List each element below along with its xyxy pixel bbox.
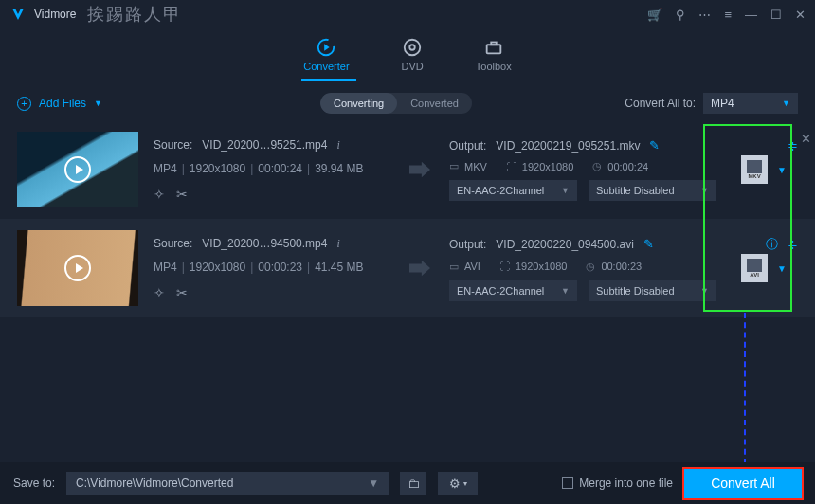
segment-converting[interactable]: Converting	[320, 93, 397, 114]
tab-dvd-label: DVD	[402, 61, 424, 72]
video-thumbnail[interactable]	[17, 132, 138, 207]
clock-icon: ◷	[586, 261, 595, 273]
save-path-value: C:\Vidmore\Vidmore\Converted	[76, 477, 233, 490]
remove-item-button[interactable]: ✕	[801, 132, 811, 146]
tab-toolbox-label: Toolbox	[476, 61, 512, 72]
video-thumbnail[interactable]	[17, 230, 138, 306]
add-files-button[interactable]: + Add Files ▼	[17, 97, 102, 111]
edit-pen-icon[interactable]: ✎	[643, 237, 654, 251]
output-container: AVI	[464, 261, 480, 272]
minimize-button[interactable]: —	[745, 8, 757, 22]
title-bar: Vidmore 挨踢路人甲 🛒 ⚲ ⋯ ≡ — ☐ ✕	[0, 0, 815, 28]
output-settings-icon[interactable]: ≑	[788, 138, 798, 153]
chevron-down-icon: ▼	[700, 186, 709, 195]
close-button[interactable]: ✕	[795, 8, 806, 22]
status-segment: Converting Converted	[320, 93, 472, 114]
open-folder-button[interactable]: 🗀	[400, 472, 426, 495]
svg-rect-4	[486, 45, 500, 53]
convert-all-button[interactable]: Convert All	[684, 469, 802, 498]
active-tab-underline	[301, 79, 356, 81]
source-prefix: Source:	[154, 138, 192, 152]
menu-icon[interactable]: ≡	[724, 8, 732, 22]
clock-icon: ◷	[592, 160, 602, 172]
chevron-down-icon: ▼	[561, 286, 570, 296]
save-to-label: Save to:	[13, 477, 55, 490]
convert-all-to-value: MP4	[711, 97, 734, 110]
convert-all-to-dropdown[interactable]: MP4 ▼	[703, 93, 798, 114]
audio-track-value: EN-AAC-2Channel	[457, 185, 544, 196]
plus-icon: +	[17, 97, 31, 111]
chevron-down-icon: ▼	[94, 99, 102, 108]
trim-icon[interactable]: ✂	[176, 187, 188, 202]
chevron-down-icon: ▼	[561, 186, 570, 195]
toolbox-icon	[483, 37, 504, 58]
annotation-arrow	[744, 313, 746, 464]
output-format-badge[interactable]: AVI ▼	[741, 245, 787, 291]
source-size: 41.45 MB	[315, 261, 363, 274]
source-prefix: Source:	[154, 237, 192, 250]
chevron-down-icon: ▼	[777, 263, 787, 274]
svg-rect-5	[491, 43, 497, 45]
svg-point-2	[405, 40, 421, 56]
audio-track-dropdown[interactable]: EN-AAC-2Channel ▼	[449, 280, 577, 301]
key-icon[interactable]: ⚲	[676, 8, 685, 22]
chevron-down-icon: ▼	[777, 165, 787, 175]
output-resolution: 1920x1080	[516, 261, 567, 272]
chevron-down-icon: ▼	[782, 99, 790, 108]
format-badge-label: MKV	[747, 173, 761, 179]
effects-icon[interactable]: ✧	[154, 187, 165, 202]
tab-toolbox[interactable]: Toolbox	[476, 37, 512, 72]
trim-icon[interactable]: ✂	[176, 285, 188, 300]
output-filename: VID_20200219_095251.mkv	[496, 139, 640, 153]
play-icon	[64, 156, 91, 183]
output-prefix: Output:	[449, 139, 486, 153]
file-source-column: Source: VID_20200…95251.mp4 i MP4|1920x1…	[154, 132, 390, 207]
source-meta: MP4|1920x1080|00:00:24|39.94 MB	[154, 162, 390, 175]
subtitle-dropdown[interactable]: Subtitle Disabled ▼	[589, 180, 716, 201]
output-container: MKV	[464, 161, 487, 172]
bottom-bar: Save to: C:\Vidmore\Vidmore\Converted ▼ …	[0, 462, 815, 504]
cart-icon[interactable]: 🛒	[647, 8, 662, 22]
output-settings-icon[interactable]: ≑	[788, 237, 798, 251]
segment-converted[interactable]: Converted	[397, 93, 472, 114]
subtitle-value: Subtitle Disabled	[596, 185, 675, 196]
converter-icon	[316, 37, 336, 58]
subtitle-dropdown[interactable]: Subtitle Disabled ▼	[589, 280, 716, 301]
toolbar: + Add Files ▼ Converting Converted Conve…	[0, 86, 815, 120]
output-resolution: 1920x1080	[522, 161, 573, 172]
source-duration: 00:00:24	[258, 162, 302, 175]
tab-converter[interactable]: Converter	[303, 37, 349, 72]
chevron-down-icon: ▼	[700, 286, 709, 296]
settings-button[interactable]: ⚙▾	[438, 472, 478, 495]
resolution-icon: ⛶	[506, 161, 516, 172]
file-list: Source: VID_20200…95251.mp4 i MP4|1920x1…	[0, 120, 815, 317]
output-duration: 00:00:23	[601, 261, 642, 272]
audio-track-dropdown[interactable]: EN-AAC-2Channel ▼	[449, 180, 577, 201]
convert-all-to-label: Convert All to:	[625, 97, 696, 110]
source-resolution: 1920x1080	[190, 162, 245, 175]
output-format-badge[interactable]: MKV ▼	[741, 147, 787, 192]
checkbox-icon	[562, 477, 573, 489]
svg-point-3	[409, 45, 415, 50]
maximize-button[interactable]: ☐	[770, 8, 782, 22]
info-icon[interactable]: i	[336, 237, 339, 251]
feedback-icon[interactable]: ⋯	[698, 8, 711, 22]
svg-marker-1	[325, 44, 331, 50]
merge-checkbox[interactable]: Merge into one file	[562, 477, 673, 490]
file-item: Source: VID_20200…94500.mp4 i MP4|1920x1…	[0, 219, 815, 317]
source-format: MP4	[154, 261, 177, 274]
info-icon[interactable]: i	[336, 138, 339, 153]
edit-pen-icon[interactable]: ✎	[649, 138, 660, 153]
source-resolution: 1920x1080	[190, 261, 245, 274]
save-path-dropdown[interactable]: C:\Vidmore\Vidmore\Converted ▼	[66, 472, 389, 495]
app-logo-icon	[9, 6, 27, 23]
tab-dvd[interactable]: DVD	[402, 37, 424, 72]
merge-label: Merge into one file	[579, 477, 673, 490]
effects-icon[interactable]: ✧	[154, 285, 165, 300]
source-duration: 00:00:23	[258, 261, 302, 274]
output-prefix: Output:	[449, 238, 486, 251]
output-filename: VID_20200220_094500.avi	[496, 238, 633, 251]
file-item: Source: VID_20200…95251.mp4 i MP4|1920x1…	[0, 120, 815, 219]
titlebar-controls: 🛒 ⚲ ⋯ ≡ — ☐ ✕	[647, 8, 806, 22]
play-icon	[64, 255, 91, 281]
